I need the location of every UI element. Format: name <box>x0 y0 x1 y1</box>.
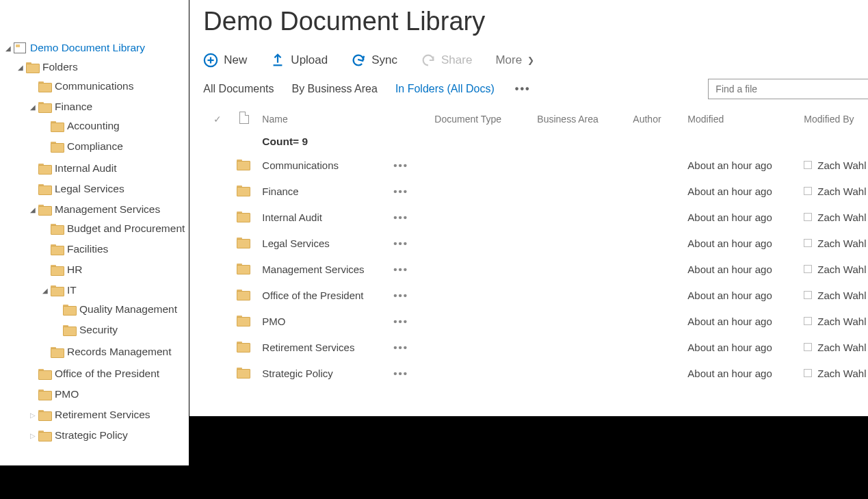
upload-button[interactable]: Upload <box>270 53 328 68</box>
tree-item-office-president[interactable]: ◢Office of the President <box>29 365 185 383</box>
row-modified-by[interactable]: Zach Wahl <box>817 185 866 197</box>
column-author[interactable]: Author <box>633 114 687 125</box>
view-more-button[interactable]: ••• <box>512 83 534 95</box>
table-row[interactable]: Legal Services•••About an hour agoZach W… <box>203 230 868 256</box>
library-icon <box>14 42 26 53</box>
row-menu-button[interactable]: ••• <box>393 316 434 327</box>
tree-item-finance[interactable]: ◢Finance <box>29 98 185 116</box>
presence-indicator <box>804 213 812 221</box>
row-menu-button[interactable]: ••• <box>393 185 434 197</box>
tree-item-accounting[interactable]: ◢Accounting <box>41 117 185 135</box>
folder-icon <box>38 81 51 91</box>
presence-indicator <box>804 239 812 247</box>
column-modified-by[interactable]: Modified By <box>804 114 868 125</box>
tree-folders-node[interactable]: ◢ Folders <box>16 58 185 76</box>
more-button[interactable]: More ❯ <box>495 53 534 67</box>
row-name[interactable]: Retirement Services <box>257 342 393 353</box>
row-modified-by[interactable]: Zach Wahl <box>817 342 866 353</box>
tree-folders-label[interactable]: Folders <box>42 61 78 73</box>
table-row[interactable]: Strategic Policy•••About an hour agoZach… <box>203 360 868 386</box>
collapse-icon[interactable]: ◢ <box>41 287 49 294</box>
row-modified-by[interactable]: Zach Wahl <box>817 290 866 301</box>
tree-item-pmo[interactable]: ◢PMO <box>29 385 185 403</box>
tree-root-label[interactable]: Demo Document Library <box>30 42 145 54</box>
table-row[interactable]: Communications•••About an hour agoZach W… <box>203 152 868 178</box>
tree-item-quality-management[interactable]: ◢Quality Management <box>53 300 185 318</box>
row-modified: About an hour ago <box>687 368 804 379</box>
collapse-icon[interactable]: ◢ <box>29 206 37 214</box>
folder-icon <box>237 185 249 195</box>
row-name[interactable]: Office of the President <box>257 290 393 301</box>
tree-item-facilities[interactable]: ◢Facilities <box>41 240 185 258</box>
tree-item-legal-services[interactable]: ◢Legal Services <box>29 180 185 198</box>
expand-icon[interactable]: ▷ <box>29 432 37 439</box>
collapse-icon[interactable]: ◢ <box>16 64 25 71</box>
folder-tree-sidebar: ◢ Demo Document Library ◢ Folders <box>0 0 189 465</box>
column-business[interactable]: Business Area <box>537 114 633 125</box>
share-icon <box>421 53 436 68</box>
folder-icon <box>38 389 51 399</box>
row-modified-by[interactable]: Zach Wahl <box>817 238 866 249</box>
tree-item-management-services[interactable]: ◢Management Services <box>29 201 185 218</box>
document-icon <box>239 112 249 124</box>
row-name[interactable]: Internal Audit <box>257 212 393 223</box>
tree-root[interactable]: ◢ Demo Document Library <box>4 39 185 57</box>
tree-item-security[interactable]: ◢Security <box>53 321 185 339</box>
search-box[interactable] <box>708 79 868 99</box>
table-row[interactable]: Office of the President•••About an hour … <box>203 282 868 308</box>
presence-indicator <box>804 187 812 195</box>
expand-icon[interactable]: ▷ <box>29 411 37 419</box>
tree-item-records-management[interactable]: ◢Records Management <box>41 343 185 361</box>
row-menu-button[interactable]: ••• <box>393 238 434 249</box>
row-modified-by[interactable]: Zach Wahl <box>817 212 866 223</box>
row-modified-by[interactable]: Zach Wahl <box>817 316 866 327</box>
row-name[interactable]: Management Services <box>257 264 393 275</box>
row-modified-by[interactable]: Zach Wahl <box>817 159 866 171</box>
search-input[interactable] <box>714 83 868 95</box>
row-menu-button[interactable]: ••• <box>393 368 434 379</box>
column-type-icon[interactable] <box>232 112 257 126</box>
column-name[interactable]: Name <box>257 114 393 125</box>
row-menu-button[interactable]: ••• <box>393 159 434 171</box>
sync-button[interactable]: Sync <box>351 53 397 68</box>
select-all-checkbox[interactable] <box>203 114 232 125</box>
row-name[interactable]: Legal Services <box>257 238 393 249</box>
presence-indicator <box>804 161 812 169</box>
view-all-documents[interactable]: All Documents <box>203 83 274 95</box>
row-modified-by[interactable]: Zach Wahl <box>817 368 866 379</box>
tree-item-budget-procurement[interactable]: ◢Budget and Procurement <box>41 220 185 238</box>
row-modified-by[interactable]: Zach Wahl <box>817 264 866 275</box>
column-doctype[interactable]: Document Type <box>434 114 537 125</box>
collapse-icon[interactable]: ◢ <box>29 103 37 111</box>
table-row[interactable]: Internal Audit•••About an hour agoZach W… <box>203 204 868 230</box>
row-menu-button[interactable]: ••• <box>393 212 434 223</box>
row-name[interactable]: Communications <box>257 159 393 171</box>
tree-item-it[interactable]: ◢IT <box>41 281 185 299</box>
tree-item-retirement-services[interactable]: ▷Retirement Services <box>29 406 185 424</box>
row-name[interactable]: Finance <box>257 185 393 197</box>
column-modified[interactable]: Modified <box>687 114 804 125</box>
tree-item-hr[interactable]: ◢HR <box>41 261 185 279</box>
row-name[interactable]: PMO <box>257 316 393 327</box>
folder-icon <box>237 238 249 247</box>
view-in-folders[interactable]: In Folders (All Docs) <box>395 83 495 95</box>
row-menu-button[interactable]: ••• <box>393 264 434 275</box>
folder-icon <box>51 265 63 274</box>
row-menu-button[interactable]: ••• <box>393 290 434 301</box>
row-menu-button[interactable]: ••• <box>393 342 434 353</box>
grid-header: Name Document Type Business Area Author … <box>203 106 868 130</box>
row-name[interactable]: Strategic Policy <box>257 368 393 379</box>
tree-item-compliance[interactable]: ◢Compliance <box>41 138 185 155</box>
share-label: Share <box>441 53 472 67</box>
table-row[interactable]: PMO•••About an hour agoZach Wahl <box>203 308 868 334</box>
table-row[interactable]: Retirement Services•••About an hour agoZ… <box>203 334 868 360</box>
tree-item-internal-audit[interactable]: ◢Internal Audit <box>29 159 185 177</box>
table-row[interactable]: Finance•••About an hour agoZach Wahl <box>203 178 868 204</box>
folder-icon <box>38 164 51 173</box>
view-by-business-area[interactable]: By Business Area <box>292 83 378 95</box>
tree-item-communications[interactable]: ◢Communications <box>29 77 185 95</box>
collapse-icon[interactable]: ◢ <box>4 44 12 52</box>
new-button[interactable]: New <box>203 53 247 68</box>
tree-item-strategic-policy[interactable]: ▷Strategic Policy <box>29 426 185 444</box>
table-row[interactable]: Management Services•••About an hour agoZ… <box>203 256 868 282</box>
